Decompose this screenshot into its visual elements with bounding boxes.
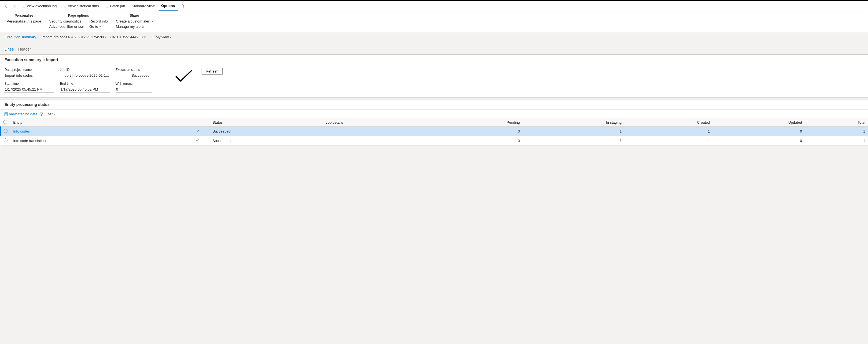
batch-job-button[interactable]: Batch job: [103, 2, 128, 10]
record-info-link[interactable]: Record info: [89, 19, 108, 23]
value-end-time[interactable]: 1/17/2025 05:45:52 PM: [60, 86, 110, 93]
view-staging-data-label: View staging data: [9, 112, 37, 116]
svg-point-0: [181, 4, 183, 7]
view-execution-log-button[interactable]: View execution log: [20, 2, 59, 10]
cell-total: 1: [805, 136, 868, 146]
create-alert-link[interactable]: Create a custom alert ▾: [116, 19, 153, 23]
options-tab[interactable]: Options: [159, 1, 178, 10]
list-icon: [22, 4, 26, 8]
cell-pending: 0: [432, 127, 523, 136]
options-label: Options: [161, 4, 175, 8]
cell-job-details: [323, 127, 432, 136]
action-pane: View execution log View historical runs …: [0, 1, 868, 32]
breadcrumb-sep: |: [152, 35, 153, 39]
cell-created: 1: [624, 136, 713, 146]
row-checkmark-icon: [193, 136, 210, 146]
checkmark-large-icon: [174, 68, 193, 84]
label-with-errors: With errors:: [116, 82, 152, 86]
column-total[interactable]: Total: [805, 118, 868, 127]
filter-icon: [40, 113, 43, 116]
column-select-all[interactable]: [1, 118, 10, 127]
search-icon: [181, 4, 184, 8]
go-to-link[interactable]: Go to ▾: [89, 25, 108, 29]
label-end-time: End time: [60, 82, 110, 86]
column-checkmark: [193, 118, 210, 127]
cell-in-staging: 1: [523, 127, 624, 136]
filter-label: Filter: [44, 112, 53, 116]
entity-processing-title: Entity processing status: [0, 99, 868, 110]
value-data-project-name[interactable]: Import info codes: [4, 72, 55, 79]
execution-summary-section: Execution summary :: Import Data project…: [0, 54, 868, 97]
personalize-this-page-link[interactable]: Personalize this page: [7, 19, 41, 23]
ribbon-group-share: Share Create a custom alert ▾ Manage my …: [112, 13, 157, 29]
advanced-filter-link[interactable]: Advanced filter or sort: [49, 25, 84, 29]
manage-alerts-link[interactable]: Manage my alerts: [116, 25, 153, 29]
column-in-staging[interactable]: In staging: [523, 118, 624, 127]
ribbon-title-personalize: Personalize: [7, 13, 41, 19]
cell-updated: 0: [713, 136, 805, 146]
column-job-details[interactable]: Job details: [323, 118, 432, 127]
document-icon: [4, 112, 8, 116]
breadcrumb: Execution summary | Import info codes-20…: [0, 32, 868, 42]
tab-lines[interactable]: Lines: [4, 47, 13, 54]
table-row[interactable]: Info codesSucceeded01101: [1, 127, 868, 136]
standard-view-tab[interactable]: Standard view: [129, 2, 157, 10]
list-lines-icon: [13, 4, 17, 8]
breadcrumb-summary-link[interactable]: Execution summary: [4, 35, 36, 39]
cell-in-staging: 1: [523, 136, 624, 146]
cell-created: 1: [624, 127, 713, 136]
label-data-project-name: Data project name: [4, 68, 55, 72]
security-diagnostics-link[interactable]: Security diagnostics: [49, 19, 84, 23]
column-entity[interactable]: Entity: [10, 118, 193, 127]
create-alert-label: Create a custom alert: [116, 19, 150, 23]
back-button[interactable]: [3, 3, 10, 9]
column-pending[interactable]: Pending: [432, 118, 523, 127]
cell-job-details: [323, 136, 432, 146]
page-tabs: Lines Header: [0, 42, 868, 54]
label-start-time: Start time: [4, 82, 55, 86]
my-view-dropdown[interactable]: My view ▾: [156, 35, 171, 39]
ribbon-group-page-options: Page options Security diagnostics Advanc…: [45, 13, 112, 29]
breadcrumb-sep: |: [38, 35, 39, 39]
entity-name: Info code translation: [13, 139, 46, 143]
cell-status: Succeeded: [210, 136, 323, 146]
value-job-id[interactable]: Import info codes-2025-01-1...: [60, 72, 110, 79]
radio-icon: [3, 120, 7, 124]
value-start-time[interactable]: 1/17/2025 05:45:21 PM: [4, 86, 55, 93]
view-staging-data-link[interactable]: View staging data: [4, 112, 37, 116]
entity-name-link[interactable]: Info codes: [13, 129, 30, 133]
column-updated[interactable]: Updated: [713, 118, 805, 127]
entity-grid: Entity Status Job details Pending In sta…: [0, 118, 868, 146]
refresh-button[interactable]: Refresh: [202, 68, 223, 75]
go-to-label: Go to: [89, 25, 98, 29]
ribbon-title-page-options: Page options: [49, 13, 108, 19]
label-job-id: Job ID: [60, 68, 110, 72]
label-execution-status: Execution status: [116, 68, 165, 72]
batch-job-label: Batch job: [110, 4, 125, 8]
value-with-errors[interactable]: 0: [116, 86, 152, 93]
list-panel-button[interactable]: [11, 3, 18, 9]
cell-updated: 0: [713, 127, 805, 136]
filter-dropdown[interactable]: Filter ▾: [40, 112, 55, 116]
view-historical-runs-label: View historical runs: [68, 4, 99, 8]
view-historical-runs-button[interactable]: View historical runs: [61, 2, 102, 10]
column-created[interactable]: Created: [624, 118, 713, 127]
row-radio[interactable]: [4, 129, 7, 133]
ribbon-group-personalize: Personalize Personalize this page: [3, 13, 45, 29]
standard-view-label: Standard view: [132, 4, 154, 8]
search-button[interactable]: [179, 3, 186, 9]
value-execution-status[interactable]: Succeeded: [116, 72, 165, 79]
cell-pending: 0: [432, 136, 523, 146]
cell-status: Succeeded: [210, 127, 323, 136]
view-execution-log-label: View execution log: [27, 4, 57, 8]
execution-summary-title: Execution summary :: Import: [0, 55, 868, 65]
arrow-left-icon: [4, 4, 8, 8]
row-radio[interactable]: [4, 138, 7, 142]
chevron-down-icon: ▾: [170, 35, 171, 39]
list-icon: [63, 4, 67, 8]
table-row[interactable]: Info code translationSucceeded01101: [1, 136, 868, 146]
column-status[interactable]: Status: [210, 118, 323, 127]
row-checkmark-icon: [193, 127, 210, 136]
tab-header[interactable]: Header: [18, 47, 31, 54]
list-icon: [105, 4, 109, 8]
